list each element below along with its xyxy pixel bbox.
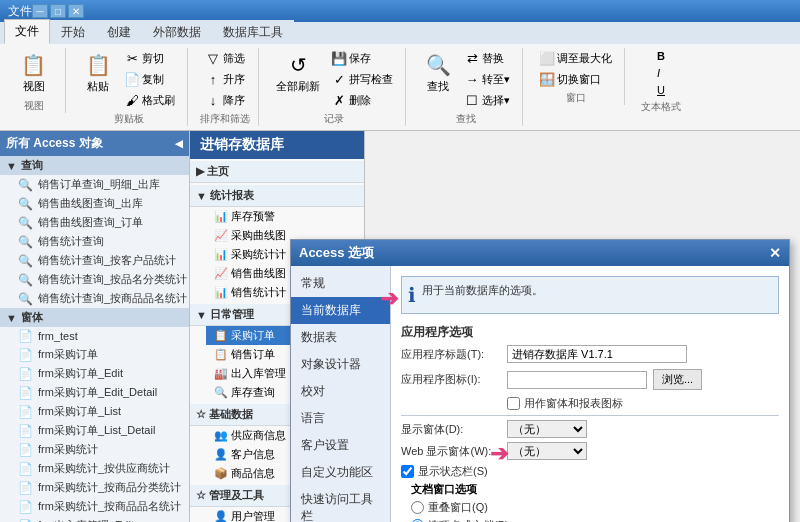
query-icon: 🔍 xyxy=(18,197,34,211)
form-icon: 📄 xyxy=(18,519,34,523)
title-bar-text: 文件 xyxy=(8,3,32,20)
cut-button[interactable]: ✂ 剪切 xyxy=(120,48,179,68)
dialog-info-box: ℹ 用于当前数据库的选项。 xyxy=(401,276,779,314)
app-options-title: 应用程序选项 xyxy=(401,324,779,341)
tree-section-stats[interactable]: ▼ 统计报表 xyxy=(190,185,364,207)
close-button[interactable]: ✕ xyxy=(68,4,84,18)
switch-window-button[interactable]: 🪟 切换窗口 xyxy=(535,69,616,89)
app-title-input[interactable] xyxy=(507,345,687,363)
tab-dbtools[interactable]: 数据库工具 xyxy=(212,20,294,44)
display-form-row: 显示窗体(D): （无） xyxy=(401,420,779,438)
clipboard-group-label: 剪贴板 xyxy=(114,112,144,126)
browse-button[interactable]: 浏览... xyxy=(653,369,702,390)
dialog-nav-quick-toolbar[interactable]: 快速访问工具栏 xyxy=(291,486,390,522)
dialog-nav-current-db[interactable]: 当前数据库 xyxy=(291,297,390,324)
center-panel-title: 进销存数据库 xyxy=(190,131,364,159)
form-icon: 📄 xyxy=(18,443,34,457)
use-as-form-icon-checkbox[interactable] xyxy=(507,397,520,410)
dialog-nav-object-designer[interactable]: 对象设计器 xyxy=(291,351,390,378)
web-display-label: Web 显示窗体(W): xyxy=(401,444,501,459)
nav-item-frm-purchase-category[interactable]: 📄 frm采购统计_按商品分类统计 xyxy=(0,478,189,497)
query-icon: 🔍 xyxy=(18,216,34,230)
spell-button[interactable]: ✓ 拼写检查 xyxy=(327,69,397,89)
bold-button[interactable]: B xyxy=(653,48,669,64)
dialog-nav-proofing[interactable]: 校对 xyxy=(291,378,390,405)
nav-item-frm-purchase-edit[interactable]: 📄 frm采购订单_Edit xyxy=(0,364,189,383)
tab-start[interactable]: 开始 xyxy=(50,20,96,44)
query-section-header[interactable]: ▼ 查询 xyxy=(0,156,189,175)
dialog-sidebar: 常规 当前数据库 数据表 对象设计器 校对 语言 客户设置 自定义功能区 快速访… xyxy=(291,266,391,522)
dialog-close-button[interactable]: ✕ xyxy=(769,245,781,261)
tab-file[interactable]: 文件 xyxy=(4,19,50,44)
app-icon-row: 应用程序图标(I): 浏览... xyxy=(401,369,779,390)
nav-item-frm-purchase-stat[interactable]: 📄 frm采购统计 xyxy=(0,440,189,459)
refresh-icon: ↺ xyxy=(284,51,312,79)
nav-item-frm-purchase-goods[interactable]: 📄 frm采购统计_按商品品名统计 xyxy=(0,497,189,516)
show-status-bar-row: 显示状态栏(S) xyxy=(401,464,779,479)
nav-item-frm-warehouse-edit[interactable]: 📄 frm出入库管理_Edit xyxy=(0,516,189,522)
form-icon: 📄 xyxy=(18,462,34,476)
app-icon-input[interactable] xyxy=(507,371,647,389)
refresh-button[interactable]: ↺ 全部刷新 xyxy=(271,48,325,97)
nav-panel-expand-icon[interactable]: ◀ xyxy=(175,138,183,149)
dialog-nav-customize-ribbon[interactable]: 自定义功能区 xyxy=(291,459,390,486)
ribbon-content: 📋 视图 视图 📋 粘贴 ✂ 剪切 📄 xyxy=(0,44,800,130)
tree-item-stock-warning[interactable]: 📊 库存预警 xyxy=(206,207,364,226)
overlap-window-radio[interactable] xyxy=(411,501,424,514)
maximize-window-button[interactable]: ⬜ 调至最大化 xyxy=(535,48,616,68)
cut-icon: ✂ xyxy=(124,50,140,66)
nav-item-stat-category[interactable]: 🔍 销售统计查询_按品名分类统计 xyxy=(0,270,189,289)
display-form-label: 显示窗体(D): xyxy=(401,422,501,437)
nav-item-frm-test[interactable]: 📄 frm_test xyxy=(0,327,189,345)
ribbon-group-textformat: B I U 文本格式 xyxy=(633,48,693,114)
form-section-header[interactable]: ▼ 窗体 xyxy=(0,308,189,327)
maximize-button[interactable]: □ xyxy=(50,4,66,18)
copy-button[interactable]: 📄 复制 xyxy=(120,69,179,89)
dialog-nav-general[interactable]: 常规 xyxy=(291,270,390,297)
form-icon: 📄 xyxy=(18,424,34,438)
nav-item-frm-purchase-edit-detail[interactable]: 📄 frm采购订单_Edit_Detail xyxy=(0,383,189,402)
paste-button[interactable]: 📋 粘贴 xyxy=(78,48,118,97)
underline-button[interactable]: U xyxy=(653,82,669,98)
delete-button[interactable]: ✗ 删除 xyxy=(327,90,397,110)
dialog-nav-datasheet[interactable]: 数据表 xyxy=(291,324,390,351)
nav-item-stat-goods[interactable]: 🔍 销售统计查询_按商品品名统计 xyxy=(0,289,189,308)
goto-button[interactable]: → 转至▾ xyxy=(460,69,514,89)
tab-create[interactable]: 创建 xyxy=(96,20,142,44)
dialog-nav-client[interactable]: 客户设置 xyxy=(291,432,390,459)
ribbon: 文件 开始 创建 外部数据 数据库工具 📋 视图 视图 📋 粘贴 xyxy=(0,22,800,131)
nav-item-frm-purchase-supplier[interactable]: 📄 frm采购统计_按供应商统计 xyxy=(0,459,189,478)
nav-item-stat-customer[interactable]: 🔍 销售统计查询_按客户品统计 xyxy=(0,251,189,270)
nav-item-frm-purchase-list-detail[interactable]: 📄 frm采购订单_List_Detail xyxy=(0,421,189,440)
nav-item-frm-purchase[interactable]: 📄 frm采购订单 xyxy=(0,345,189,364)
select-button[interactable]: ☐ 选择▾ xyxy=(460,90,514,110)
form-icon: 📄 xyxy=(18,329,34,343)
replace-button[interactable]: ⇄ 替换 xyxy=(460,48,514,68)
view-button[interactable]: 📋 视图 xyxy=(14,48,54,97)
italic-button[interactable]: I xyxy=(653,65,669,81)
save-icon: 💾 xyxy=(331,50,347,66)
display-form-select[interactable]: （无） xyxy=(507,420,587,438)
web-display-select[interactable]: （无） xyxy=(507,442,587,460)
tab-external[interactable]: 外部数据 xyxy=(142,20,212,44)
tree-section-home[interactable]: ▶ 主页 xyxy=(190,161,364,183)
format-painter-button[interactable]: 🖌 格式刷 xyxy=(120,90,179,110)
filter-button[interactable]: ▽ 筛选 xyxy=(201,48,249,68)
query-icon: 🔍 xyxy=(18,292,34,306)
save-button[interactable]: 💾 保存 xyxy=(327,48,397,68)
sort-asc-button[interactable]: ↑ 升序 xyxy=(201,69,249,89)
nav-item-stat-query[interactable]: 🔍 销售统计查询 xyxy=(0,232,189,251)
nav-item-salesorder-query[interactable]: 🔍 销售订单查询_明细_出库 xyxy=(0,175,189,194)
app-title-label: 应用程序标题(T): xyxy=(401,347,501,362)
show-status-bar-checkbox[interactable] xyxy=(401,465,414,478)
find-button[interactable]: 🔍 查找 xyxy=(418,48,458,97)
app-icon-label: 应用程序图标(I): xyxy=(401,372,501,387)
nav-item-frm-purchase-list[interactable]: 📄 frm采购订单_List xyxy=(0,402,189,421)
dialog-nav-language[interactable]: 语言 xyxy=(291,405,390,432)
dialog-info-text: 用于当前数据库的选项。 xyxy=(422,283,543,298)
nav-item-curve-query1[interactable]: 🔍 销售曲线图查询_出库 xyxy=(0,194,189,213)
sort-desc-button[interactable]: ↓ 降序 xyxy=(201,90,249,110)
minimize-button[interactable]: ─ xyxy=(32,4,48,18)
sort-desc-icon: ↓ xyxy=(205,92,221,108)
nav-item-curve-query2[interactable]: 🔍 销售曲线图查询_订单 xyxy=(0,213,189,232)
